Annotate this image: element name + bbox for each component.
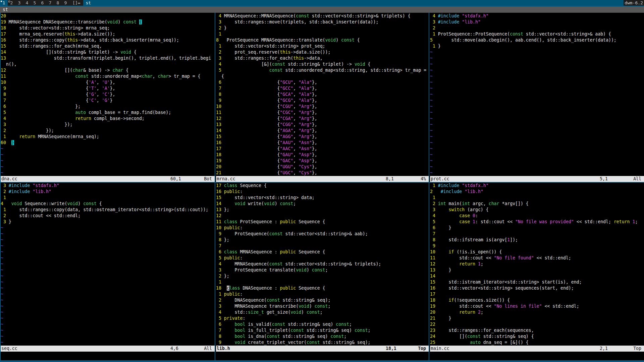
editor-pane-mrna.cc[interactable]: 4 MRNASequence::MRNASequence(const std::… (216, 13, 429, 182)
code-row: ~ (430, 164, 644, 170)
line-number: 8 (1, 92, 9, 97)
empty-line-tilde: ~ (1, 298, 3, 303)
empty-line-tilde: ~ (430, 104, 433, 109)
line-number: 3 (216, 267, 224, 273)
code-row: 9 {'T', 'A'}, (1, 85, 215, 92)
root-gap-col2 (429, 13, 429, 362)
code-row: 17 mrna_seq.reserve(this->data.size()); (1, 31, 215, 37)
line-number: 4 (1, 116, 9, 121)
line-number: 2 (216, 50, 224, 55)
editor-pane-prot.cc[interactable]: 4 #include "stdafx.h" 3 #include "lib.h"… (430, 13, 644, 182)
code-row: 1 } (430, 43, 644, 49)
code-row: 4 #include "stdafx.h" (430, 13, 644, 19)
line-number: 17 (1, 32, 9, 37)
editor-pane-seq.cc[interactable]: 3 #include "stdafx.h" 2 #include "lib.h"… (1, 183, 215, 352)
code-row: 11 const std::unordered_map<char, char> … (1, 73, 215, 79)
editor-pane-dna.cc[interactable]: 20 19 MRNASequence DNASequence::transcri… (1, 13, 215, 182)
code-row: 18 std::vector<std::string> mrna_seq; (1, 25, 215, 31)
code-row: 2 DNASequence(const std::string& seq); (216, 297, 429, 303)
statusline-ruler: 4,6 (170, 346, 178, 352)
line-number: 21 (216, 170, 224, 175)
line-number: 6 (216, 322, 224, 327)
tag-2[interactable]: 2 (8, 0, 15, 6)
line-number: 15 (430, 280, 438, 285)
line-number: 15 (216, 195, 224, 200)
code-row: 8 ProtSequence MRNASequence::translate(v… (216, 37, 429, 43)
code-row: 24 [](const std::string& seq) { (430, 334, 644, 340)
line-number: 4 (430, 213, 438, 218)
empty-line-tilde: ~ (430, 50, 433, 55)
empty-line-tilde: ~ (430, 140, 433, 145)
tag-8[interactable]: 8 (54, 0, 62, 6)
code-row: ~ (430, 128, 644, 134)
line-number: 3 (1, 183, 9, 188)
code-row: ~ (430, 170, 644, 176)
tag-6[interactable]: 6 (39, 0, 46, 6)
code-row: 6 {"GCU", "Ala"}, (216, 79, 429, 85)
tab-bar: st (0, 7, 644, 13)
cursor-line-number: 18 (216, 286, 227, 291)
code-row: 2 }; (216, 273, 429, 279)
empty-line-tilde: ~ (1, 231, 3, 236)
tag-3[interactable]: 3 (15, 0, 23, 6)
line-number: 2 (216, 25, 224, 31)
line-number: 19 (216, 158, 224, 163)
empty-line-tilde: ~ (1, 237, 3, 242)
empty-line-tilde: ~ (1, 255, 3, 260)
statusline-scroll-position: Top (633, 346, 641, 352)
line-number: 12 (430, 261, 438, 266)
line-number: 8 (216, 334, 224, 339)
dwm-bar: 123456789 []= st dwm-6.2 (0, 0, 644, 6)
code-row: { (216, 73, 429, 79)
empty-line-tilde: ~ (1, 261, 3, 266)
code-row: 13 }; (216, 207, 429, 213)
empty-line-tilde: ~ (1, 158, 3, 163)
editor-pane-lib.h[interactable]: 17 class Sequence {16 public:15 std::vec… (216, 183, 429, 352)
line-number: 7 (216, 328, 224, 333)
code-row: ~ (1, 152, 215, 158)
editor-pane-main.cc[interactable]: 1 #include "stdafx.h"2 #include "lib.h" … (430, 183, 644, 352)
statusline-ruler: 60,1 (170, 176, 181, 182)
line-number: 1 (1, 207, 9, 212)
line-number: 19 (1, 19, 9, 24)
line-number: 9 (216, 98, 224, 103)
code-row: 18 class DNASequence : public Sequence { (216, 285, 429, 291)
tag-9[interactable]: 9 (62, 0, 69, 6)
line-number: 14 (216, 128, 224, 133)
code-row: 13 std::transform(triplet.begin(), tripl… (1, 55, 215, 61)
line-number: 10 (216, 104, 224, 109)
filled-square-indicator-icon (1, 1, 2, 2)
code-row: 3 MRNASequence transcribe(void) const; (216, 303, 429, 309)
code-row: 5 std::move(aab.cbegin(), aab.cend(), st… (430, 37, 644, 43)
empty-line-tilde: ~ (430, 164, 433, 169)
empty-line-tilde: ~ (1, 334, 3, 339)
code-row: 16 public: (216, 189, 429, 195)
statusline-ruler: 5,1 (600, 176, 608, 182)
line-number: 20 (1, 13, 9, 18)
tab-st[interactable]: st (0, 7, 8, 12)
code-row: 3 #include "stdafx.h" (1, 183, 215, 189)
line-number: 1 (216, 44, 224, 49)
line-number: 4 (216, 13, 224, 18)
cursor-line-number: 8 (216, 38, 227, 43)
line-number: 6 (1, 104, 9, 109)
vim-statusline-mrna.cc: mrna.cc8,14% (216, 176, 429, 182)
empty-line-tilde: ~ (1, 225, 3, 230)
tag-5[interactable]: 5 (31, 0, 39, 6)
tag-list: 123456789 (0, 0, 69, 6)
line-number: 2 (1, 213, 9, 218)
tag-1[interactable]: 1 (0, 0, 8, 6)
code-row: 15 std::vector<std::string> data; (216, 195, 429, 201)
code-row: 2 prot_seq.reserve(this->data.size()); (216, 49, 429, 55)
code-row: 25 auto dna_seq = [&]() { (430, 340, 644, 346)
layout-symbol[interactable]: []= (69, 0, 83, 6)
code-row: 1 (216, 279, 429, 285)
line-number: 10 (216, 225, 224, 230)
tag-4[interactable]: 4 (23, 0, 31, 6)
code-row: ~ (1, 315, 215, 321)
code-row: 10 {"CGU", "Arg"}, (216, 104, 429, 110)
tag-7[interactable]: 7 (46, 0, 54, 6)
line-number: 5 (216, 255, 224, 260)
line-number: 17 (216, 183, 224, 188)
line-number: 15 (216, 134, 224, 139)
